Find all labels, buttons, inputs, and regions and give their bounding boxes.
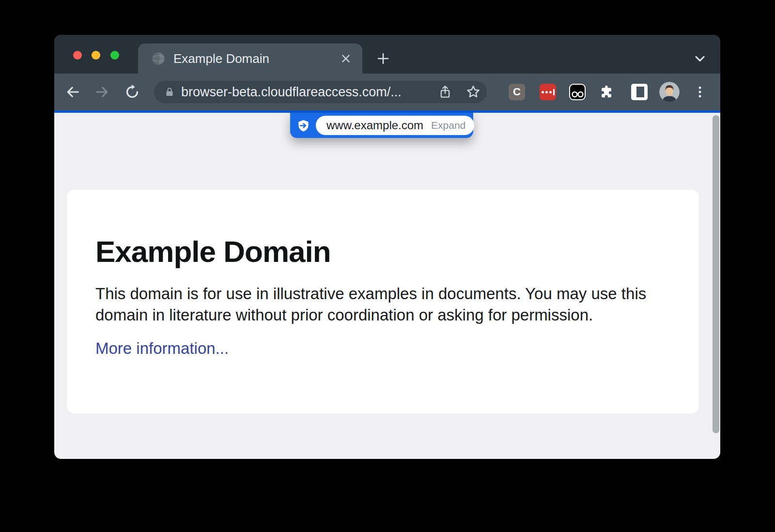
url-text: browser-beta.cloudflareaccess.com/... (181, 85, 434, 100)
avatar-image (659, 82, 680, 102)
back-button[interactable] (62, 81, 83, 103)
close-icon (340, 52, 352, 65)
isolated-domain-text: www.example.com (326, 119, 423, 132)
isolation-domain-pill[interactable]: www.example.com Expand (316, 116, 474, 135)
share-button[interactable] (434, 81, 456, 103)
expand-button[interactable]: Expand (431, 120, 465, 131)
tab-close-button[interactable] (337, 50, 355, 67)
password-dots-glyph (542, 89, 555, 95)
plus-icon (376, 51, 390, 66)
page-body-text: This domain is for use in illustrative e… (95, 283, 667, 326)
lock-icon (164, 86, 175, 98)
window-close-button[interactable] (73, 51, 82, 60)
two-circles-icon[interactable] (569, 84, 586, 100)
isolation-pill[interactable]: www.example.com Expand (290, 113, 473, 138)
kebab-menu-icon (693, 85, 707, 99)
forward-button[interactable] (92, 81, 113, 103)
browser-menu-button[interactable] (689, 81, 711, 103)
star-icon (465, 84, 481, 100)
side-panel-icon (631, 84, 648, 100)
address-bar[interactable]: browser-beta.cloudflareaccess.com/... (154, 81, 487, 103)
globe-icon (151, 51, 166, 66)
extension-c[interactable]: C (509, 84, 525, 100)
vertical-scrollbar[interactable] (713, 115, 719, 433)
tab-strip: Example Domain (54, 35, 720, 74)
page-viewport: www.example.com Expand Example Domain Th… (54, 113, 720, 459)
extensions-button[interactable] (598, 84, 615, 100)
password-manager-icon[interactable] (540, 84, 556, 100)
arrow-right-icon (94, 84, 110, 100)
share-icon (438, 85, 452, 99)
reload-button[interactable] (122, 81, 143, 103)
tab-example-domain[interactable]: Example Domain (138, 44, 362, 74)
tab-title: Example Domain (173, 51, 337, 66)
chevron-down-icon (693, 51, 707, 66)
tab-search-button[interactable] (689, 48, 711, 69)
arrow-left-icon (64, 84, 81, 100)
more-information-link[interactable]: More information... (95, 339, 229, 358)
content-card: Example Domain This domain is for use in… (67, 190, 699, 413)
shield-arrow-icon (297, 119, 310, 132)
two-circles-glyph (570, 85, 585, 99)
puzzle-icon (598, 83, 615, 101)
reload-icon (124, 84, 140, 100)
page-title: Example Domain (95, 234, 670, 269)
window-zoom-button[interactable] (110, 51, 119, 60)
browser-window: Example Domain (54, 35, 720, 459)
side-panel-button[interactable] (631, 84, 648, 100)
bookmark-button[interactable] (463, 81, 484, 103)
new-tab-button[interactable] (372, 48, 394, 69)
profile-avatar[interactable] (659, 82, 680, 102)
toolbar: browser-beta.cloudflareaccess.com/... C (54, 74, 720, 110)
window-minimize-button[interactable] (92, 51, 100, 60)
